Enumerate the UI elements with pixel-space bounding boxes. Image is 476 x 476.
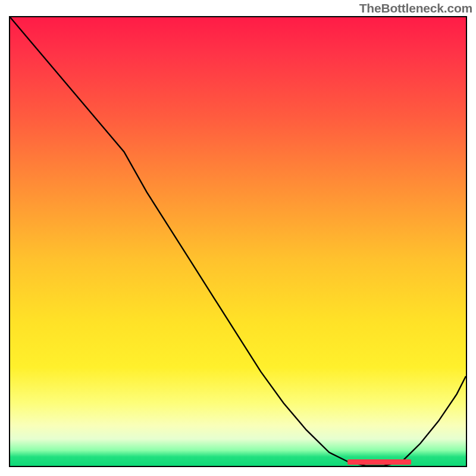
curve-path (10, 17, 466, 466)
bottleneck-curve (10, 17, 466, 466)
attribution-label: TheBottleneck.com (359, 1, 472, 15)
plot-frame (9, 16, 467, 467)
optimal-range-marker (347, 459, 411, 465)
chart-stage: TheBottleneck.com (0, 0, 476, 476)
